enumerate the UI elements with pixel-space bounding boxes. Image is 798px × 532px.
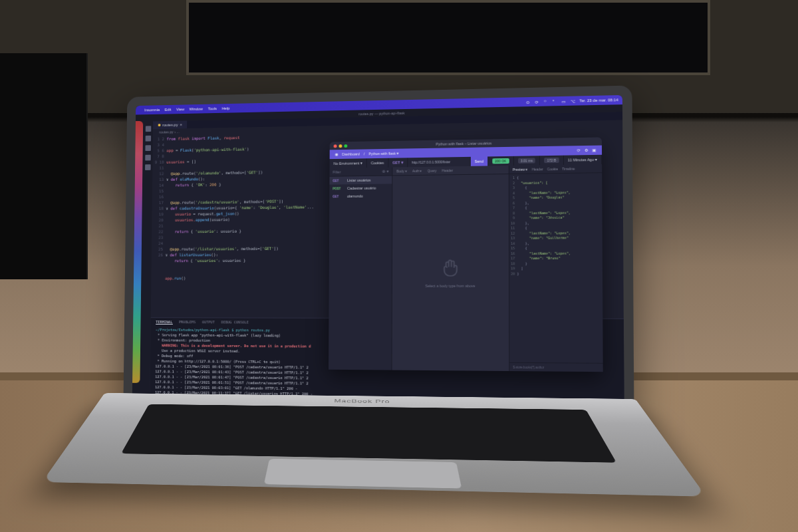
source-control-icon[interactable] [145, 145, 151, 151]
settings-icon[interactable]: ⚙ [585, 148, 588, 152]
explorer-icon[interactable] [145, 126, 151, 132]
tab-label: routes.py [162, 123, 178, 127]
trackpad[interactable] [264, 459, 462, 489]
laptop: Insomnia Edit View Window Tools Help ⊙ ⟳… [122, 86, 629, 510]
dashboard-link[interactable]: Dashboard [342, 152, 360, 156]
status-icon[interactable]: ⊙ [526, 100, 531, 104]
add-request-icon[interactable]: ⊕ ▾ [382, 170, 388, 174]
tab-query[interactable]: Query [428, 169, 437, 173]
laptop-base: MacBook Pro [42, 393, 706, 497]
menubar-item-tools[interactable]: Tools [208, 106, 217, 110]
minimize-icon[interactable] [338, 144, 342, 148]
insomnia-logo-icon: ◉ [335, 152, 338, 156]
laptop-lid: Insomnia Edit View Window Tools Help ⊙ ⟳… [123, 85, 634, 425]
vscode-title-text: routes.py — python-api-flask [358, 110, 404, 115]
menubar-app-name[interactable]: Insomnia [144, 108, 160, 112]
laptop-screen: Insomnia Edit View Window Tools Help ⊙ ⟳… [132, 95, 624, 416]
request-item[interactable]: GET olamundo [329, 192, 392, 200]
python-file-icon [158, 124, 161, 126]
external-monitor-edge [0, 53, 88, 279]
battery-icon[interactable]: ▭ [561, 98, 566, 103]
tab-header[interactable]: Header [442, 168, 454, 172]
close-icon[interactable] [334, 144, 337, 148]
response-pane: Preview ▾ Header Cookie Timeline 1 { 2 "… [509, 164, 603, 372]
cookies-button[interactable]: Cookies [367, 158, 389, 168]
status-badge: 200 OK [492, 158, 509, 164]
request-label: olamundo [347, 194, 363, 198]
search-icon[interactable] [145, 136, 151, 142]
menubar-item-help[interactable]: Help [222, 106, 230, 110]
tab-header[interactable]: Header [532, 167, 543, 171]
keyboard[interactable] [121, 404, 616, 463]
account-icon[interactable]: ▣ [592, 148, 596, 152]
send-button[interactable]: Send [471, 156, 488, 166]
status-icon[interactable]: ⟳ [535, 99, 539, 104]
editor-tab-routes[interactable]: routes.py × [153, 121, 187, 130]
control-center-icon[interactable]: ⌥ [571, 98, 575, 103]
method-dropdown[interactable]: GET ▾ [388, 158, 408, 167]
terminal-tab-problems[interactable]: PROBLEMS [179, 320, 196, 324]
response-body[interactable]: 1 { 2 "usuarios": [ 3 { 4 "lastName": "L… [509, 173, 603, 363]
environment-dropdown[interactable]: No Environment ▾ [330, 158, 367, 168]
placeholder-text: Select a body type from above [425, 284, 475, 288]
wifi-icon[interactable]: ⌔ [543, 99, 548, 104]
traffic-lights[interactable] [334, 144, 348, 148]
terminal-tab-output[interactable]: OUTPUT [202, 320, 215, 324]
request-pane: Body ▾ Auth ▾ Query Header Select a body… [392, 166, 509, 371]
request-label: Listar usuários [347, 178, 370, 182]
extensions-icon[interactable] [145, 164, 151, 170]
filter-input[interactable]: Filter ⊕ ▾ [330, 168, 392, 177]
terminal-tab-debug[interactable]: DEBUG CONSOLE [221, 320, 249, 324]
terminal-tab-terminal[interactable]: TERMINAL [156, 320, 172, 325]
url-input[interactable]: http://127.0.0.1:5000/listar [408, 157, 471, 167]
insomnia-window: Python with flask – Listar usuários ◉ Da… [329, 137, 603, 372]
sync-icon[interactable]: ⟳ [577, 148, 581, 152]
tab-timeline[interactable]: Timeline [562, 167, 575, 171]
request-item[interactable]: POST Cadastrar usuário [329, 184, 392, 192]
insomnia-title-text: Python with flask – Listar usuários [436, 141, 491, 146]
menubar-item-window[interactable]: Window [190, 107, 203, 111]
tab-cookie[interactable]: Cookie [547, 167, 558, 171]
menubar-item-edit[interactable]: Edit [165, 108, 172, 112]
insomnia-body: Filter ⊕ ▾ GET Listar usuários POST Cada… [329, 164, 603, 372]
size-badge: 172 B [545, 158, 559, 163]
time-badge: 3.01 ms [518, 158, 535, 163]
request-sidebar: Filter ⊕ ▾ GET Listar usuários POST Cada… [329, 168, 392, 370]
project-dropdown[interactable]: Python with flask ▾ [368, 152, 398, 156]
bluetooth-icon[interactable]: * [553, 99, 557, 104]
breadcrumb-sep: / [364, 152, 365, 156]
photo-scene: Insomnia Edit View Window Tools Help ⊙ ⟳… [0, 0, 798, 532]
body-empty-state: Select a body type from above [392, 174, 509, 371]
maximize-icon[interactable] [344, 144, 347, 148]
jsonpath-input[interactable]: $.store.books[*].author [509, 362, 602, 372]
request-label: Cadastrar usuário [347, 186, 376, 190]
debug-icon[interactable] [145, 155, 151, 161]
menubar-item-view[interactable]: View [176, 107, 184, 111]
tab-body[interactable]: Body ▾ [396, 169, 407, 173]
history-dropdown[interactable]: 11 Minutes Ago ▾ [564, 155, 602, 165]
tab-preview[interactable]: Preview ▾ [513, 168, 528, 172]
menubar-clock[interactable]: Ter. 23 de mar. 08:14 [579, 98, 618, 102]
peace-hand-icon [440, 257, 461, 279]
breadcrumb-text: routes.py › ... [159, 130, 179, 134]
tab-auth[interactable]: Auth ▾ [412, 169, 422, 173]
close-icon[interactable]: × [180, 123, 182, 127]
window-frame [186, 0, 710, 75]
